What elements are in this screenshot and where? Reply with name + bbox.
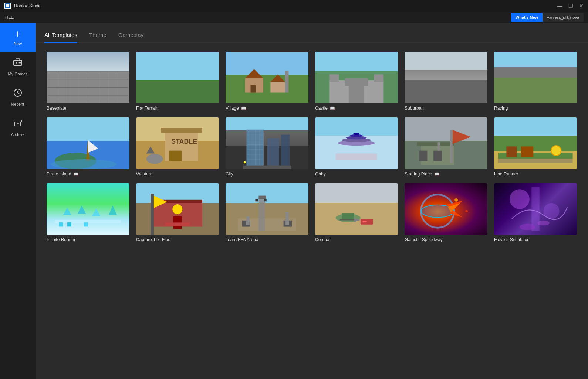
- svg-rect-30: [271, 82, 285, 92]
- template-name-pirate-island: Pirate Island📖: [47, 171, 129, 177]
- svg-rect-103: [264, 199, 267, 202]
- template-name-combat: Combat: [315, 237, 398, 242]
- template-thumb-flat-terrain: [136, 52, 219, 103]
- template-card-pirate-island[interactable]: Pirate Island📖: [47, 117, 129, 177]
- maximize-button[interactable]: ❐: [568, 3, 573, 9]
- template-card-suburban[interactable]: Suburban: [405, 52, 487, 111]
- template-thumb-capture-the-flag: [136, 183, 219, 235]
- sidebar-item-archive-label: Archive: [11, 132, 25, 137]
- template-card-combat[interactable]: Combat: [315, 183, 398, 242]
- svg-rect-76: [438, 142, 440, 150]
- minimize-button[interactable]: —: [557, 3, 562, 9]
- template-card-western[interactable]: STABLE Western: [136, 117, 219, 177]
- template-card-baseplate[interactable]: Baseplate: [47, 52, 129, 111]
- svg-rect-106: [246, 216, 250, 225]
- template-card-obby[interactable]: Obby: [315, 117, 398, 177]
- template-card-move-it-simulator[interactable]: Move It Simulator: [494, 183, 577, 242]
- sidebar-item-archive[interactable]: Archive: [0, 112, 36, 143]
- svg-line-10: [18, 93, 19, 94]
- close-button[interactable]: ✕: [579, 3, 584, 9]
- template-card-village[interactable]: Village📖: [226, 52, 308, 111]
- svg-rect-32: [285, 71, 289, 93]
- username-display: varvara_shkatova: [543, 13, 584, 22]
- template-name-team-ffa-arena: Team/FFA Arena: [226, 237, 308, 242]
- svg-rect-35: [374, 74, 383, 82]
- svg-rect-34: [329, 74, 339, 82]
- svg-rect-80: [507, 146, 517, 157]
- svg-rect-102: [256, 199, 258, 202]
- svg-point-82: [551, 146, 561, 156]
- svg-marker-47: [146, 146, 155, 153]
- template-thumb-western: STABLE: [136, 117, 219, 169]
- app-logo: [4, 3, 11, 9]
- template-name-baseplate: Baseplate: [47, 106, 129, 111]
- main-layout: + New My Games: [0, 23, 588, 379]
- svg-point-41: [51, 159, 117, 169]
- svg-rect-36: [349, 84, 364, 104]
- tab-all-templates[interactable]: All Templates: [44, 32, 77, 43]
- svg-rect-48: [246, 130, 264, 169]
- whats-new-button[interactable]: What's New: [511, 13, 543, 22]
- my-games-icon: [13, 58, 23, 69]
- template-card-infinite-runner[interactable]: Infinite Runner: [47, 183, 129, 242]
- template-name-suburban: Suburban: [405, 106, 487, 111]
- template-name-village: Village📖: [226, 106, 308, 111]
- svg-rect-73: [417, 142, 454, 146]
- sidebar-item-recent-label: Recent: [11, 102, 24, 106]
- template-thumb-team-ffa-arena: [226, 183, 308, 235]
- content-area: All Templates Theme Gameplay BaseplateFl…: [36, 23, 588, 379]
- sidebar-item-recent[interactable]: Recent: [0, 82, 36, 112]
- sidebar-item-new[interactable]: + New: [0, 23, 36, 52]
- svg-point-119: [466, 210, 468, 212]
- svg-rect-37: [345, 78, 368, 86]
- svg-rect-63: [281, 135, 289, 169]
- svg-marker-78: [453, 130, 471, 144]
- template-thumb-city: [226, 117, 308, 169]
- window-controls[interactable]: — ❐ ✕: [557, 3, 584, 9]
- file-menu[interactable]: FILE: [4, 15, 14, 20]
- template-card-capture-the-flag[interactable]: Capture The Flag: [136, 183, 219, 242]
- svg-point-122: [510, 189, 530, 209]
- svg-rect-77: [450, 130, 453, 163]
- svg-rect-89: [67, 222, 71, 226]
- svg-rect-94: [173, 216, 182, 229]
- tab-theme[interactable]: Theme: [89, 32, 107, 43]
- template-name-flat-terrain: Flat Terrain: [136, 106, 219, 111]
- templates-grid: BaseplateFlat Terrain Village📖 Castle📖Su…: [47, 52, 577, 242]
- svg-rect-43: [161, 128, 202, 133]
- template-name-obby: Obby: [315, 171, 398, 177]
- svg-point-96: [173, 204, 183, 214]
- template-card-city[interactable]: City: [226, 117, 308, 177]
- template-card-castle[interactable]: Castle📖: [315, 52, 398, 111]
- svg-point-125: [537, 221, 549, 225]
- svg-rect-107: [285, 212, 289, 225]
- tab-gameplay[interactable]: Gameplay: [118, 32, 143, 43]
- svg-point-118: [455, 198, 458, 202]
- template-card-galactic-speedway[interactable]: Galactic Speedway: [405, 183, 487, 242]
- template-card-flat-terrain[interactable]: Flat Terrain: [136, 52, 219, 111]
- template-name-starting-place: Starting Place📖: [405, 171, 487, 177]
- menubar-right: What's New varvara_shkatova: [511, 13, 584, 22]
- template-card-line-runner[interactable]: Line Runner: [494, 117, 577, 177]
- svg-point-124: [520, 224, 535, 230]
- template-card-team-ffa-arena[interactable]: Team/FFA Arena: [226, 183, 308, 242]
- template-thumb-racing: [494, 52, 577, 103]
- template-name-racing: Racing: [494, 106, 577, 111]
- tabs-bar: All Templates Theme Gameplay: [36, 23, 588, 43]
- template-thumb-pirate-island: [47, 117, 129, 169]
- book-icon: 📖: [241, 106, 246, 111]
- svg-marker-91: [109, 205, 117, 215]
- template-name-move-it-simulator: Move It Simulator: [494, 237, 577, 242]
- svg-rect-81: [521, 146, 534, 157]
- template-thumb-galactic-speedway: [405, 183, 487, 235]
- svg-point-65: [244, 161, 246, 164]
- svg-rect-74: [419, 151, 427, 161]
- template-card-starting-place[interactable]: Starting Place📖: [405, 117, 487, 177]
- template-card-racing[interactable]: Racing: [494, 52, 577, 111]
- template-thumb-castle: [315, 52, 398, 103]
- app-title: Roblox Studio: [14, 3, 42, 8]
- sidebar-item-my-games[interactable]: My Games: [0, 52, 36, 82]
- template-name-castle: Castle📖: [315, 106, 398, 111]
- svg-marker-87: [92, 208, 100, 216]
- menubar: FILE What's New varvara_shkatova: [0, 12, 588, 23]
